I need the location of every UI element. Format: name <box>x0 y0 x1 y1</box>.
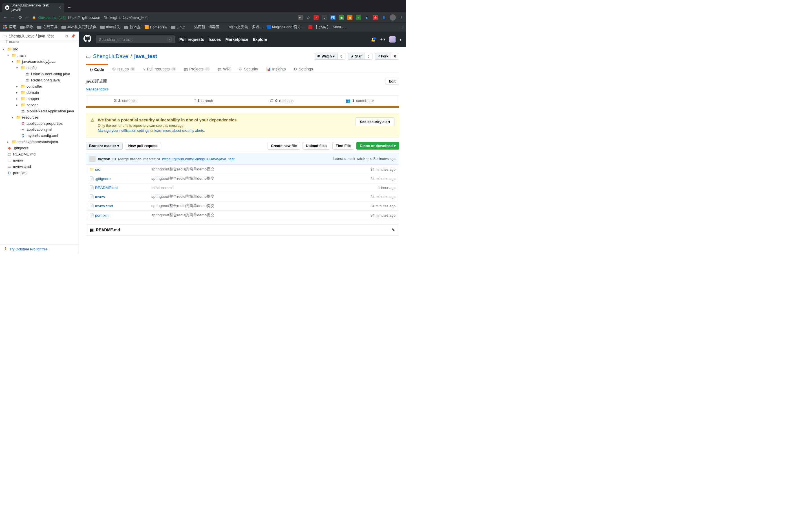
clone-download-button[interactable]: Clone or download ▾ <box>356 142 399 150</box>
tree-item[interactable]: ☕RedisConfig.java <box>0 77 79 83</box>
tree-item[interactable]: ▭mvnw.cmd <box>0 163 79 170</box>
file-link[interactable]: pom.xml <box>95 213 109 217</box>
tree-item[interactable]: ☕MobileRedisApplication.java <box>0 108 79 114</box>
nav-explore[interactable]: Explore <box>253 37 267 42</box>
tree-item[interactable]: ▭mvnw <box>0 157 79 163</box>
tree-item[interactable]: ▸📁mapper <box>0 96 79 102</box>
bookmarks-overflow[interactable]: » <box>401 25 403 29</box>
file-link[interactable]: src <box>95 167 100 172</box>
tree-item[interactable]: ⟨⟩mybatis-config.xml <box>0 132 79 138</box>
branch-selector[interactable]: Branch: master ▾ <box>86 142 123 150</box>
file-link[interactable]: .gitignore <box>95 177 111 181</box>
address-bar[interactable]: 🔒 GitHub, Inc. [US] https://github.com/S… <box>32 15 294 20</box>
nav-marketplace[interactable]: Marketplace <box>225 37 248 42</box>
bookmark-item[interactable]: Java从入门到放弃 <box>61 25 96 30</box>
bookmark-item[interactable]: Linux <box>171 25 185 29</box>
ext-red2-icon[interactable]: ④ <box>373 15 378 20</box>
tree-item[interactable]: ▾📁java/com/study/java <box>0 58 79 64</box>
tree-item[interactable]: ⟨⟩pom.xml <box>0 170 79 176</box>
user-dropdown-caret[interactable]: ▾ <box>400 37 402 42</box>
tab-pull-requests[interactable]: ⑂ Pull requests 0 <box>139 64 180 74</box>
close-tab-icon[interactable]: ✕ <box>58 5 61 10</box>
tree-item[interactable]: ▸📁domain <box>0 89 79 96</box>
tree-item[interactable]: ≡application.yml <box>0 126 79 132</box>
watch-button[interactable]: 👁 Watch ▾0 <box>314 53 345 60</box>
forward-button[interactable]: → <box>11 15 15 20</box>
ext-ublock-icon[interactable]: u <box>322 15 327 20</box>
tab-insights[interactable]: 📊 Insights <box>262 64 290 74</box>
manage-topics-link[interactable]: Manage topics <box>86 87 109 91</box>
nav-issues[interactable]: Issues <box>209 37 221 42</box>
tab-settings[interactable]: ⚙ Settings <box>290 64 317 74</box>
repo-name-link[interactable]: java_test <box>134 53 157 59</box>
back-button[interactable]: ← <box>3 15 7 20</box>
new-pr-button[interactable]: New pull request <box>125 142 161 150</box>
tree-item[interactable]: ⚙application.properties <box>0 120 79 126</box>
bookmark-item[interactable]: 新致 <box>20 25 33 30</box>
gear-icon[interactable]: ⚙ <box>65 34 68 38</box>
apps-button[interactable]: 应用 <box>3 25 16 30</box>
chrome-menu-icon[interactable]: ⋮ <box>399 15 403 20</box>
sidebar-owner[interactable]: ShengLiuDave <box>9 34 35 38</box>
upload-files-button[interactable]: Upload files <box>303 142 330 150</box>
tree-item[interactable]: ▾📁src <box>0 46 79 52</box>
ext-orange-icon[interactable]: ◉ <box>347 15 352 20</box>
tab-wiki[interactable]: ▤ Wiki <box>214 64 234 74</box>
tab-code[interactable]: ⟨⟩ Code <box>86 64 108 74</box>
branches-stat[interactable]: ᛘ 1 branch <box>164 96 243 106</box>
commit-link[interactable]: https://github.com/ShengLiuDave/java_tes… <box>162 157 235 161</box>
warning-link1[interactable]: Manage your notification settings <box>98 129 149 133</box>
ext-evernote-icon[interactable]: ✎ <box>356 15 361 20</box>
file-link[interactable]: mvnw.cmd <box>95 204 113 208</box>
releases-stat[interactable]: 🏷 0 releases <box>243 96 321 106</box>
new-tab-button[interactable]: + <box>64 3 74 12</box>
home-button[interactable]: ⌂ <box>26 15 29 20</box>
ext-misc-icon[interactable]: 👤 <box>381 15 386 20</box>
repo-owner-link[interactable]: ShengLiuDave <box>93 53 128 59</box>
sidebar-branch[interactable]: ᛘ master <box>0 40 79 44</box>
sidebar-repo[interactable]: java_test <box>38 34 54 38</box>
octotree-pro-link[interactable]: 🏃 Try Octotree Pro for free <box>0 244 79 253</box>
create-dropdown[interactable]: ＋▾ <box>379 37 386 42</box>
bookmark-item[interactable]: MagicalCoder官方… <box>267 25 305 30</box>
commits-stat[interactable]: ⧖ 3 commits <box>86 96 164 106</box>
bookmark-item[interactable]: 技术点 <box>124 25 141 30</box>
ext-fe-icon[interactable]: FE <box>331 15 336 20</box>
ext-cyan-icon[interactable]: ◐ <box>364 15 369 20</box>
github-logo-icon[interactable] <box>84 35 91 45</box>
bookmark-item[interactable]: 【 分类 】- Shiro -… <box>308 25 347 30</box>
file-link[interactable]: README.md <box>95 186 117 190</box>
warning-link2[interactable]: learn more about security alerts. <box>154 129 205 133</box>
tree-item[interactable]: ▸📁controller <box>0 83 79 89</box>
see-alert-button[interactable]: See security alert <box>356 117 395 126</box>
tab-security[interactable]: 🛡 Security <box>235 64 262 74</box>
edit-description-button[interactable]: Edit <box>385 78 399 85</box>
tree-item[interactable]: ☕DataSourceConfig.java <box>0 71 79 77</box>
commit-sha[interactable]: 6d6b50e <box>357 157 372 161</box>
contributors-stat[interactable]: 👥 1 contributor <box>321 96 399 106</box>
notifications-icon[interactable]: 🔔 <box>371 37 375 42</box>
user-avatar[interactable] <box>389 36 396 43</box>
tree-item[interactable]: ▾📁main <box>0 52 79 58</box>
fork-button[interactable]: ⑂ Fork0 <box>375 53 399 60</box>
tree-item[interactable]: ◆.gitignore <box>0 145 79 151</box>
nav-pull-requests[interactable]: Pull requests <box>179 37 204 42</box>
star-button[interactable]: ★ Star0 <box>348 53 372 60</box>
bookmark-item[interactable]: 温而新 - 博客园 <box>189 25 219 30</box>
commit-author[interactable]: bigfish.liu <box>98 157 116 161</box>
bookmark-item[interactable]: Homebrew <box>145 25 167 29</box>
edit-readme-icon[interactable]: ✎ <box>392 228 395 232</box>
tab-projects[interactable]: ▦ Projects 0 <box>180 64 214 74</box>
bookmark-item[interactable]: nginx之安装、多虚… <box>223 25 262 30</box>
bookmark-item[interactable]: 在线工具 <box>37 25 57 30</box>
commit-time[interactable]: 5 minutes ago <box>373 157 396 161</box>
tree-item[interactable]: ▸📁service <box>0 102 79 108</box>
pin-icon[interactable]: 📌 <box>71 34 75 38</box>
tab-issues[interactable]: ① Issues 0 <box>108 64 139 74</box>
find-file-button[interactable]: Find File <box>333 142 354 150</box>
tree-item[interactable]: ▤README.md <box>0 151 79 157</box>
commit-author-avatar[interactable] <box>89 156 96 162</box>
create-file-button[interactable]: Create new file <box>267 142 300 150</box>
tree-item[interactable]: ▾📁config <box>0 64 79 71</box>
reload-button[interactable]: ⟳ <box>18 15 22 20</box>
